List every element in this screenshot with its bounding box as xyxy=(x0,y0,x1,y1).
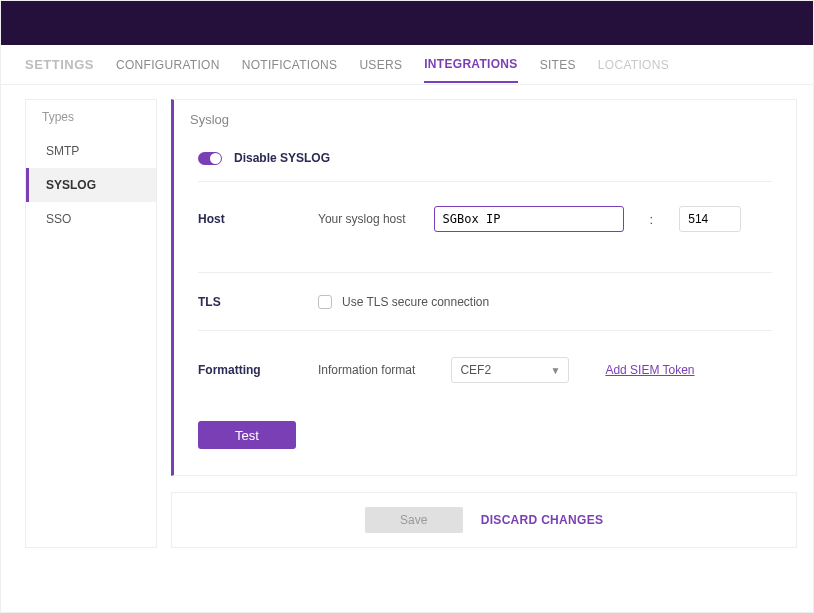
format-select[interactable]: CEF2 ▼ xyxy=(451,357,569,383)
disable-syslog-label: Disable SYSLOG xyxy=(234,151,330,165)
sidebar-item-syslog[interactable]: SYSLOG xyxy=(26,168,156,202)
tab-sites[interactable]: SITES xyxy=(540,48,576,82)
format-sublabel: Information format xyxy=(318,363,415,377)
save-button[interactable]: Save xyxy=(365,507,463,533)
host-label: Host xyxy=(198,212,298,226)
syslog-panel: Syslog Disable SYSLOG Host Your syslog h… xyxy=(171,99,797,476)
port-input[interactable] xyxy=(679,206,741,232)
app-topbar xyxy=(1,1,813,45)
tab-integrations[interactable]: INTEGRATIONS xyxy=(424,47,517,83)
host-input[interactable] xyxy=(434,206,624,232)
tab-users[interactable]: USERS xyxy=(359,48,402,82)
tab-configuration[interactable]: CONFIGURATION xyxy=(116,48,220,82)
host-port-separator: : xyxy=(650,212,654,227)
panel-title: Syslog xyxy=(190,108,772,151)
chevron-down-icon: ▼ xyxy=(550,365,560,376)
types-sidebar: Types SMTP SYSLOG SSO xyxy=(25,99,157,548)
settings-heading: SETTINGS xyxy=(25,57,94,72)
sidebar-title: Types xyxy=(26,100,156,134)
formatting-label: Formatting xyxy=(198,363,298,377)
settings-subnav: SETTINGS CONFIGURATION NOTIFICATIONS USE… xyxy=(1,45,813,85)
format-select-value: CEF2 xyxy=(460,363,491,377)
add-siem-token-link[interactable]: Add SIEM Token xyxy=(605,363,694,377)
footer-actions: Save DISCARD CHANGES xyxy=(171,492,797,548)
host-sublabel: Your syslog host xyxy=(318,212,406,226)
tab-notifications[interactable]: NOTIFICATIONS xyxy=(242,48,338,82)
sidebar-item-sso[interactable]: SSO xyxy=(26,202,156,236)
tls-checkbox[interactable] xyxy=(318,295,332,309)
sidebar-item-smtp[interactable]: SMTP xyxy=(26,134,156,168)
discard-changes-button[interactable]: DISCARD CHANGES xyxy=(481,513,604,527)
tls-label: TLS xyxy=(198,295,298,309)
tab-locations[interactable]: LOCATIONS xyxy=(598,48,669,82)
disable-syslog-toggle[interactable] xyxy=(198,152,222,165)
tls-checkbox-label: Use TLS secure connection xyxy=(342,295,489,309)
test-button[interactable]: Test xyxy=(198,421,296,449)
